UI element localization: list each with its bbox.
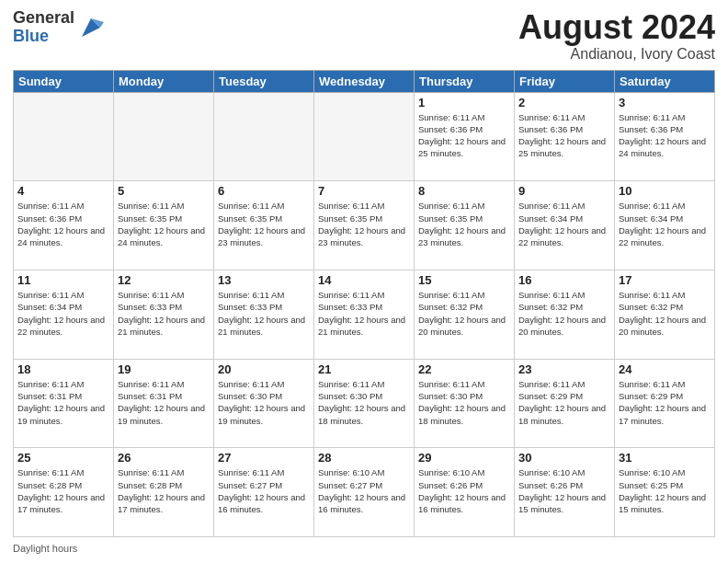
day-info: Sunrise: 6:11 AMSunset: 6:35 PMDaylight:… <box>318 200 410 248</box>
day-info: Sunrise: 6:11 AMSunset: 6:31 PMDaylight:… <box>118 378 210 427</box>
day-info: Sunrise: 6:11 AMSunset: 6:36 PMDaylight:… <box>518 111 610 160</box>
calendar-cell: 31Sunrise: 6:10 AMSunset: 6:25 PMDayligh… <box>615 448 715 537</box>
calendar-week-5: 25Sunrise: 6:11 AMSunset: 6:28 PMDayligh… <box>14 448 715 537</box>
calendar-cell: 15Sunrise: 6:11 AMSunset: 6:32 PMDayligh… <box>415 270 515 359</box>
calendar-cell: 21Sunrise: 6:11 AMSunset: 6:30 PMDayligh… <box>314 359 415 448</box>
calendar-week-3: 11Sunrise: 6:11 AMSunset: 6:34 PMDayligh… <box>14 270 715 359</box>
calendar-cell: 25Sunrise: 6:11 AMSunset: 6:28 PMDayligh… <box>14 448 114 537</box>
day-info: Sunrise: 6:10 AMSunset: 6:25 PMDaylight:… <box>619 466 711 515</box>
day-number: 15 <box>418 273 510 287</box>
calendar-cell: 28Sunrise: 6:10 AMSunset: 6:27 PMDayligh… <box>314 448 415 537</box>
day-number: 31 <box>619 451 711 465</box>
day-number: 7 <box>318 184 410 198</box>
calendar-cell: 7Sunrise: 6:11 AMSunset: 6:35 PMDaylight… <box>314 181 415 270</box>
day-info: Sunrise: 6:11 AMSunset: 6:30 PMDaylight:… <box>218 378 310 427</box>
day-info: Sunrise: 6:11 AMSunset: 6:36 PMDaylight:… <box>17 200 109 248</box>
calendar-week-2: 4Sunrise: 6:11 AMSunset: 6:36 PMDaylight… <box>14 181 715 270</box>
calendar-table: SundayMondayTuesdayWednesdayThursdayFrid… <box>13 70 715 537</box>
day-number: 6 <box>218 184 310 198</box>
day-number: 3 <box>619 96 711 109</box>
calendar-week-4: 18Sunrise: 6:11 AMSunset: 6:31 PMDayligh… <box>14 359 715 448</box>
day-number: 21 <box>318 362 410 376</box>
day-number: 29 <box>418 451 510 465</box>
calendar-week-1: 1Sunrise: 6:11 AMSunset: 6:36 PMDaylight… <box>14 92 715 181</box>
calendar-cell: 10Sunrise: 6:11 AMSunset: 6:34 PMDayligh… <box>615 181 715 270</box>
day-number: 17 <box>619 273 711 287</box>
logo-blue: Blue <box>13 28 74 46</box>
calendar-cell: 24Sunrise: 6:11 AMSunset: 6:29 PMDayligh… <box>615 359 715 448</box>
calendar-header-friday: Friday <box>515 70 615 92</box>
calendar-cell: 3Sunrise: 6:11 AMSunset: 6:36 PMDaylight… <box>615 92 715 181</box>
day-number: 25 <box>17 451 109 465</box>
day-number: 22 <box>418 362 510 376</box>
title-block: August 2024 Andianou, Ivory Coast <box>518 9 715 63</box>
calendar-cell: 13Sunrise: 6:11 AMSunset: 6:33 PMDayligh… <box>214 270 314 359</box>
day-number: 16 <box>518 273 610 287</box>
calendar-cell: 14Sunrise: 6:11 AMSunset: 6:33 PMDayligh… <box>314 270 415 359</box>
day-info: Sunrise: 6:10 AMSunset: 6:26 PMDaylight:… <box>418 466 510 515</box>
calendar-cell <box>214 92 314 181</box>
day-number: 5 <box>118 184 210 198</box>
day-number: 24 <box>619 362 711 376</box>
calendar-header-thursday: Thursday <box>415 70 515 92</box>
day-info: Sunrise: 6:11 AMSunset: 6:34 PMDaylight:… <box>518 200 610 248</box>
logo: General Blue <box>13 9 104 46</box>
day-number: 26 <box>118 451 210 465</box>
calendar-header-wednesday: Wednesday <box>314 70 415 92</box>
footer: Daylight hours <box>13 543 715 554</box>
day-info: Sunrise: 6:11 AMSunset: 6:33 PMDaylight:… <box>218 289 310 338</box>
day-info: Sunrise: 6:11 AMSunset: 6:28 PMDaylight:… <box>17 466 109 515</box>
page: General Blue August 2024 Andianou, Ivory… <box>0 0 728 563</box>
day-number: 10 <box>619 184 711 198</box>
calendar-cell <box>314 92 415 181</box>
day-info: Sunrise: 6:11 AMSunset: 6:35 PMDaylight:… <box>118 200 210 248</box>
day-number: 8 <box>418 184 510 198</box>
logo-general: General <box>13 9 74 28</box>
calendar-cell: 6Sunrise: 6:11 AMSunset: 6:35 PMDaylight… <box>214 181 314 270</box>
day-info: Sunrise: 6:11 AMSunset: 6:35 PMDaylight:… <box>218 200 310 248</box>
logo-icon <box>78 15 104 40</box>
day-number: 2 <box>518 96 610 109</box>
calendar-cell <box>14 92 114 181</box>
calendar-cell: 2Sunrise: 6:11 AMSunset: 6:36 PMDaylight… <box>515 92 615 181</box>
calendar-cell: 11Sunrise: 6:11 AMSunset: 6:34 PMDayligh… <box>14 270 114 359</box>
calendar-cell: 30Sunrise: 6:10 AMSunset: 6:26 PMDayligh… <box>515 448 615 537</box>
day-info: Sunrise: 6:11 AMSunset: 6:33 PMDaylight:… <box>118 289 210 338</box>
day-info: Sunrise: 6:11 AMSunset: 6:32 PMDaylight:… <box>518 289 610 338</box>
day-number: 1 <box>418 96 510 109</box>
day-info: Sunrise: 6:11 AMSunset: 6:34 PMDaylight:… <box>619 200 711 248</box>
calendar-cell: 1Sunrise: 6:11 AMSunset: 6:36 PMDaylight… <box>415 92 515 181</box>
day-number: 12 <box>118 273 210 287</box>
day-info: Sunrise: 6:11 AMSunset: 6:29 PMDaylight:… <box>518 378 610 427</box>
day-number: 9 <box>518 184 610 198</box>
day-number: 4 <box>17 184 109 198</box>
calendar-header-tuesday: Tuesday <box>214 70 314 92</box>
calendar-header-sunday: Sunday <box>14 70 114 92</box>
day-number: 18 <box>17 362 109 376</box>
day-number: 30 <box>518 451 610 465</box>
calendar-cell: 4Sunrise: 6:11 AMSunset: 6:36 PMDaylight… <box>14 181 114 270</box>
day-number: 14 <box>318 273 410 287</box>
calendar-header-monday: Monday <box>114 70 214 92</box>
day-info: Sunrise: 6:11 AMSunset: 6:33 PMDaylight:… <box>318 289 410 338</box>
day-number: 28 <box>318 451 410 465</box>
calendar-header-row: SundayMondayTuesdayWednesdayThursdayFrid… <box>14 70 715 92</box>
day-info: Sunrise: 6:11 AMSunset: 6:32 PMDaylight:… <box>619 289 711 338</box>
day-info: Sunrise: 6:11 AMSunset: 6:35 PMDaylight:… <box>418 200 510 248</box>
calendar-cell: 17Sunrise: 6:11 AMSunset: 6:32 PMDayligh… <box>615 270 715 359</box>
day-info: Sunrise: 6:11 AMSunset: 6:27 PMDaylight:… <box>218 466 310 515</box>
day-number: 23 <box>518 362 610 376</box>
calendar-cell: 27Sunrise: 6:11 AMSunset: 6:27 PMDayligh… <box>214 448 314 537</box>
header: General Blue August 2024 Andianou, Ivory… <box>13 9 715 63</box>
calendar-header-saturday: Saturday <box>615 70 715 92</box>
day-number: 13 <box>218 273 310 287</box>
day-info: Sunrise: 6:10 AMSunset: 6:26 PMDaylight:… <box>518 466 610 515</box>
day-number: 27 <box>218 451 310 465</box>
day-info: Sunrise: 6:11 AMSunset: 6:32 PMDaylight:… <box>418 289 510 338</box>
day-info: Sunrise: 6:10 AMSunset: 6:27 PMDaylight:… <box>318 466 410 515</box>
day-info: Sunrise: 6:11 AMSunset: 6:31 PMDaylight:… <box>17 378 109 427</box>
calendar-cell: 8Sunrise: 6:11 AMSunset: 6:35 PMDaylight… <box>415 181 515 270</box>
calendar-cell: 20Sunrise: 6:11 AMSunset: 6:30 PMDayligh… <box>214 359 314 448</box>
calendar-cell: 19Sunrise: 6:11 AMSunset: 6:31 PMDayligh… <box>114 359 214 448</box>
day-number: 11 <box>17 273 109 287</box>
